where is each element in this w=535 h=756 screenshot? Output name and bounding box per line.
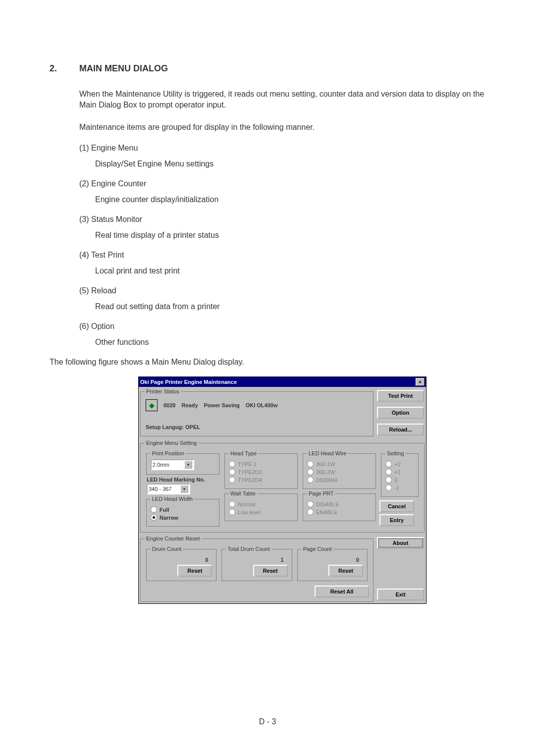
exit-button[interactable]: Exit [377, 589, 424, 600]
option-button[interactable]: Option [377, 407, 424, 419]
engine-menu-setting-group: Engine Menu Setting Print Position 2.0mm… [140, 440, 425, 533]
page-prt-legend: Page PRT [307, 490, 335, 496]
main-menu-dialog: Oki Page Printer Engine Maintenance × Pr… [138, 377, 427, 604]
radio-zero[interactable]: 0 [385, 477, 414, 483]
list-item-desc: Display/Set Engine Menu settings [95, 160, 485, 168]
radio-type2d4[interactable]: TYPE2D4 [229, 477, 293, 483]
titlebar[interactable]: Oki Page Printer Engine Maintenance × [139, 377, 426, 387]
led-width-legend: LED Head Width [151, 496, 194, 502]
led-head-wire-group: LED Head Wire 300-1W 300-2W D600W4 [303, 450, 376, 489]
radio-300-2w[interactable]: 300-2W [307, 469, 372, 475]
page-reset-button[interactable]: Reset [328, 565, 363, 577]
radio-narrow[interactable]: Narrow [151, 514, 215, 521]
led-marking-value: 340 - 367 [149, 486, 171, 492]
radio-normal[interactable]: Normal [229, 501, 293, 507]
wait-table-group: Wait Table Normal Low level [224, 490, 298, 521]
list-item: (6) Option [79, 322, 485, 331]
paragraph-3: The following figure shows a Main Menu D… [50, 358, 485, 367]
setup-language-value: OPEL [185, 424, 200, 430]
radio-type2d2[interactable]: TYPE2D2 [229, 469, 293, 475]
chevron-down-icon: ▼ [184, 461, 192, 469]
drum-reset-button[interactable]: Reset [177, 565, 212, 577]
status-model: OKI OL400w [246, 402, 278, 408]
list-item: (5) Reload [79, 286, 485, 295]
list-item-desc: Other functions [95, 338, 485, 347]
printer-status-legend: Printer Status [145, 388, 181, 394]
list-item-desc: Real time display of a printer status [95, 231, 485, 240]
window-title: Oki Page Printer Engine Maintenance [140, 379, 237, 385]
test-print-button[interactable]: Test Print [377, 390, 424, 402]
print-position-value: 2.0mm [153, 462, 169, 468]
list-item-desc: Local print and test print [95, 267, 485, 275]
total-drum-legend: Total Drum Count [226, 546, 271, 552]
radio-disable[interactable]: DISABLE [307, 501, 372, 507]
chevron-down-icon: ▼ [180, 485, 188, 493]
setting-group: Setting +2 +1 0 -1 [381, 450, 419, 497]
radio-minus1[interactable]: -1 [385, 485, 414, 491]
engine-menu-legend: Engine Menu Setting [145, 440, 198, 446]
printer-status-group: Printer Status ◆ 0020 Ready Power Saving… [140, 388, 374, 436]
led-wire-legend: LED Head Wire [307, 450, 348, 456]
status-icon: ◆ [146, 399, 158, 411]
led-marking-label: LED Head Marking No. [147, 477, 219, 483]
led-head-width-group: LED Head Width Full Narrow [146, 496, 219, 527]
radio-plus2[interactable]: +2 [385, 461, 414, 467]
total-drum-reset-button[interactable]: Reset [253, 565, 288, 577]
page-count-legend: Page Count [302, 546, 333, 552]
list-item: (2) Engine Counter [79, 179, 485, 188]
status-code: 0020 [163, 402, 175, 408]
page-count-group: Page Count 0 Reset [297, 546, 368, 581]
drum-count-group: Drum Count 0 Reset [146, 546, 216, 581]
page-number: D - 3 [0, 717, 535, 726]
radio-plus1[interactable]: +1 [385, 469, 414, 475]
list-item-desc: Engine counter display/initialization [95, 195, 485, 204]
led-marking-select[interactable]: 340 - 367 ▼ [147, 484, 190, 494]
total-drum-count-group: Total Drum Count 1 Reset [221, 546, 292, 581]
section-number: 2. [50, 63, 57, 74]
radio-low-level[interactable]: Low level [229, 509, 293, 515]
close-icon[interactable]: × [416, 378, 425, 386]
reload-button[interactable]: Reload... [377, 424, 424, 435]
setup-language-label: Setup Langug: [146, 424, 184, 430]
radio-enable[interactable]: ENABLE [307, 509, 372, 515]
drum-count-value: 0 [151, 555, 212, 565]
radio-d600w4[interactable]: D600W4 [307, 477, 372, 483]
reset-all-button[interactable]: Reset All [315, 586, 369, 597]
head-type-legend: Head Type [229, 450, 258, 456]
paragraph-2: Maintenance items are grouped for displa… [79, 122, 485, 133]
list-item: (1) Engine Menu [79, 144, 485, 153]
section-title: MAIN MENU DIALOG [79, 63, 485, 74]
page-prt-group: Page PRT DISABLE ENABLE [303, 490, 376, 521]
print-position-group: Print Position 2.0mm ▼ [146, 450, 219, 475]
radio-300-1w[interactable]: 300-1W [307, 461, 372, 467]
status-power-saving: Power Saving [204, 402, 240, 408]
total-drum-value: 1 [226, 555, 287, 565]
print-position-select[interactable]: 2.0mm ▼ [151, 459, 194, 470]
radio-type1[interactable]: TYPE 1 [229, 461, 293, 467]
entry-button[interactable]: Entry [379, 514, 414, 526]
drum-count-legend: Drum Count [151, 546, 183, 552]
setting-legend: Setting [385, 450, 405, 456]
status-ready: Ready [181, 402, 198, 408]
radio-full[interactable]: Full [151, 506, 215, 513]
engine-counter-reset-group: Engine Counter Reset Drum Count 0 Reset … [140, 536, 374, 602]
print-position-legend: Print Position [151, 450, 186, 456]
list-item: (4) Test Print [79, 251, 485, 260]
list-item-desc: Read out setting data from a printer [95, 302, 485, 311]
page-count-value: 0 [302, 555, 363, 565]
engine-counter-legend: Engine Counter Reset [145, 536, 201, 541]
about-button[interactable]: About [377, 537, 424, 549]
paragraph-1: When the Maintenance Utility is triggere… [79, 89, 485, 111]
cancel-button[interactable]: Cancel [379, 500, 414, 512]
head-type-group: Head Type TYPE 1 TYPE2D2 TYPE2D4 [224, 450, 298, 489]
list-item: (3) Status Monitor [79, 215, 485, 224]
wait-table-legend: Wait Table [229, 490, 257, 496]
